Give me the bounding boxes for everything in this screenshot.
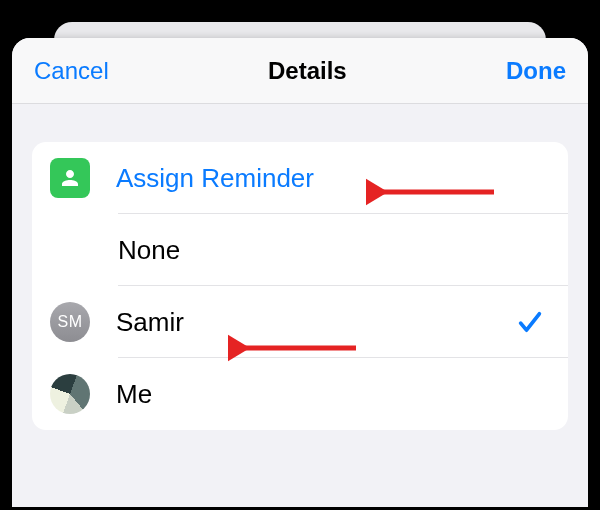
page-title: Details <box>268 57 347 85</box>
option-label: Me <box>116 379 550 410</box>
assign-card: Assign Reminder None SM Samir Me <box>32 142 568 430</box>
done-button[interactable]: Done <box>506 57 566 85</box>
nav-bar: Cancel Details Done <box>12 38 588 104</box>
assign-reminder-label: Assign Reminder <box>116 163 550 194</box>
option-me[interactable]: Me <box>32 358 568 430</box>
option-label: None <box>118 235 550 266</box>
option-samir[interactable]: SM Samir <box>32 286 568 358</box>
modal-sheet: Cancel Details Done Assign Reminder None… <box>12 38 588 508</box>
assign-reminder-header[interactable]: Assign Reminder <box>32 142 568 214</box>
option-label: Samir <box>116 307 516 338</box>
person-icon <box>50 158 90 198</box>
avatar-initials: SM <box>50 302 90 342</box>
option-none[interactable]: None <box>32 214 568 286</box>
checkmark-icon <box>516 308 544 336</box>
cancel-button[interactable]: Cancel <box>34 57 109 85</box>
content-area: Assign Reminder None SM Samir Me <box>12 104 588 430</box>
avatar-photo <box>50 374 90 414</box>
